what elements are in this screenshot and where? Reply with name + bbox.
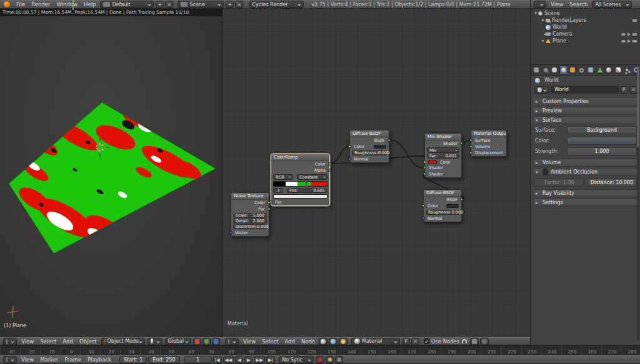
editor-type-button[interactable]	[534, 1, 546, 8]
scene-delete-button[interactable]: ×	[235, 1, 243, 8]
editor-type-button[interactable]	[225, 338, 239, 345]
blender-logo-icon[interactable]	[4, 1, 10, 7]
tab-particles[interactable]	[622, 66, 631, 75]
node-title[interactable]: Material Output	[471, 130, 506, 137]
tab-render-layers[interactable]	[541, 66, 550, 75]
jump-to-end-button[interactable]: ▶|	[266, 356, 275, 363]
node-menu-view[interactable]: View	[240, 338, 259, 345]
node-menu-add[interactable]: Add	[281, 338, 298, 345]
menu-window[interactable]: Window	[54, 1, 81, 8]
current-frame-indicator[interactable]	[72, 0, 74, 10]
input-socket-fac[interactable]	[269, 200, 272, 204]
node-diffuse-bsdf-top[interactable]: Diffuse BSDF BSDF Color Roughness:0.000 …	[349, 130, 389, 163]
frame-end-field[interactable]: End:250	[148, 356, 179, 363]
node-title[interactable]: ColorRamp	[271, 154, 329, 161]
node-colorramp[interactable]: ColorRamp Color Alpha RGB Constant 3 Pos…	[271, 154, 330, 206]
input-socket-color[interactable]	[422, 204, 425, 207]
play-reverse-button[interactable]: ◀	[235, 356, 243, 363]
input-socket-shader1[interactable]	[423, 166, 426, 169]
outliner-item-camera[interactable]: Camera	[531, 31, 640, 37]
keying-set-button[interactable]	[326, 356, 334, 363]
node-title[interactable]: Mix Shader	[425, 134, 461, 140]
node-title[interactable]: Noise Texture	[231, 193, 269, 200]
diffuse-color-swatch[interactable]	[374, 145, 386, 149]
editor-type-button[interactable]	[3, 338, 17, 345]
colorramp-gradient-bar[interactable]	[273, 181, 328, 187]
tab-object-data[interactable]	[596, 66, 604, 75]
scene-selector[interactable]: Scene	[178, 1, 224, 8]
input-socket-normal[interactable]	[422, 217, 425, 220]
menu-file[interactable]: File	[13, 1, 28, 8]
surface-shader-dropdown[interactable]: Background	[567, 126, 637, 134]
selectability-toggle-icon[interactable]	[628, 32, 631, 36]
tab-object[interactable]	[568, 66, 577, 75]
disclosure-triangle[interactable]: ▸	[541, 17, 546, 24]
input-socket-vector[interactable]	[229, 231, 232, 234]
use-nodes-toggle[interactable]: ✓Use Nodes	[424, 338, 459, 345]
input-socket-shader2[interactable]	[423, 172, 426, 175]
disclosure-triangle[interactable]: ▸	[541, 37, 546, 44]
panel-settings[interactable]: ▸Settings	[532, 199, 638, 207]
node-noise-texture[interactable]: Noise Texture Color Fac Scale:5.000 Deta…	[231, 192, 269, 237]
input-socket-displacement[interactable]	[469, 151, 472, 154]
viewport-menu-object[interactable]: Object	[76, 338, 100, 345]
outliner-item-world[interactable]: World	[531, 24, 640, 31]
properties-editor[interactable]: World World F × ▸Custom Properties ▸Prev…	[530, 65, 640, 345]
diffuse-color-swatch[interactable]	[446, 204, 459, 208]
editor-type-button[interactable]	[3, 356, 17, 363]
shader-type-material-button[interactable]	[319, 338, 328, 345]
outliner-item-plane[interactable]: ▸ Plane	[531, 37, 640, 44]
panel-ambient-occlusion[interactable]: ▾Ambient Occlusion	[532, 168, 638, 176]
ramp-stop-index-field[interactable]: 3	[273, 188, 283, 193]
screen-layout-selector[interactable]: Default	[100, 1, 154, 8]
viewport-3d[interactable]: Time:00:00.57 | Mem:16.54M, Peak:16.54M …	[0, 9, 222, 337]
tab-texture[interactable]	[614, 66, 622, 75]
node-diffuse-bsdf-bottom[interactable]: Diffuse BSDF BSDF Color Roughness:0.000 …	[423, 189, 462, 222]
panel-preview[interactable]: ▸Preview	[532, 107, 638, 115]
material-datablock-selector[interactable]: Material	[351, 338, 400, 345]
ramp-color-mode-dropdown[interactable]: RGB	[273, 174, 293, 180]
unlink-datablock-button[interactable]: ×	[411, 338, 419, 345]
noise-detail-field[interactable]: Detail:2.000	[233, 219, 267, 224]
renderable-toggle-icon[interactable]	[632, 19, 637, 22]
input-socket-color[interactable]	[348, 145, 351, 148]
output-socket-alpha[interactable]	[328, 169, 331, 172]
viewport-menu-view[interactable]: View	[18, 338, 37, 345]
menu-help[interactable]: Help	[81, 1, 99, 8]
timeline-menu-playback[interactable]: Playback	[84, 356, 114, 363]
noise-distortion-field[interactable]: Distortion:0.000	[233, 224, 267, 229]
node-material-output[interactable]: Material Output Surface Volume Displacem…	[471, 130, 507, 157]
ramp-stop-color-swatch[interactable]	[273, 194, 328, 199]
colorramp-stop-marker[interactable]	[306, 181, 306, 187]
manipulator-scale-button[interactable]	[212, 338, 220, 345]
use-nodes-checkbox[interactable]: ✓	[424, 338, 429, 344]
diffuse-roughness-field[interactable]: Roughness:0.000	[426, 210, 459, 215]
selectability-toggle-icon[interactable]	[628, 39, 631, 43]
output-socket-bsdf[interactable]	[460, 198, 463, 201]
diffuse-roughness-field[interactable]: Roughness:0.000	[352, 150, 387, 155]
renderable-toggle-icon[interactable]	[632, 40, 637, 42]
ao-distance-field[interactable]: Distance: 10.000	[587, 179, 637, 187]
jump-prev-keyframe-button[interactable]: ◀◀	[223, 356, 234, 363]
disclosure-triangle[interactable]: ▾	[533, 10, 538, 17]
timeline-ruler[interactable]: -30-20-100102030405060708090100110120130…	[0, 345, 640, 355]
sync-playback-button[interactable]	[335, 356, 343, 363]
viewport-shading-selector[interactable]	[148, 338, 162, 345]
render-result-button[interactable]	[470, 338, 479, 345]
properties-scrollbar[interactable]	[637, 66, 639, 341]
renderable-toggle-icon[interactable]	[632, 33, 637, 36]
panel-ray-visibility[interactable]: ▸Ray Visibility	[532, 189, 638, 197]
output-socket-fac[interactable]	[268, 207, 271, 210]
output-socket-shader[interactable]	[460, 142, 463, 145]
play-button[interactable]: ▶	[244, 356, 252, 363]
ramp-position-field[interactable]: Pos:0.601	[287, 188, 328, 193]
outliner-item-scene[interactable]: ▾ Scene	[531, 10, 640, 17]
input-socket-surface[interactable]	[469, 139, 472, 142]
screen-layout-delete-button[interactable]: ×	[165, 1, 173, 8]
av-sync-dropdown[interactable]: No Sync	[279, 356, 314, 363]
shader-type-lamp-button[interactable]	[339, 338, 348, 345]
timeline-menu-view[interactable]: View	[18, 356, 37, 363]
outliner[interactable]: View Search All Scenes ▾ Scene ▸ RenderL…	[530, 0, 640, 65]
ramp-interpolation-dropdown[interactable]: Constant	[297, 174, 328, 180]
fake-user-button[interactable]: F	[402, 338, 410, 345]
